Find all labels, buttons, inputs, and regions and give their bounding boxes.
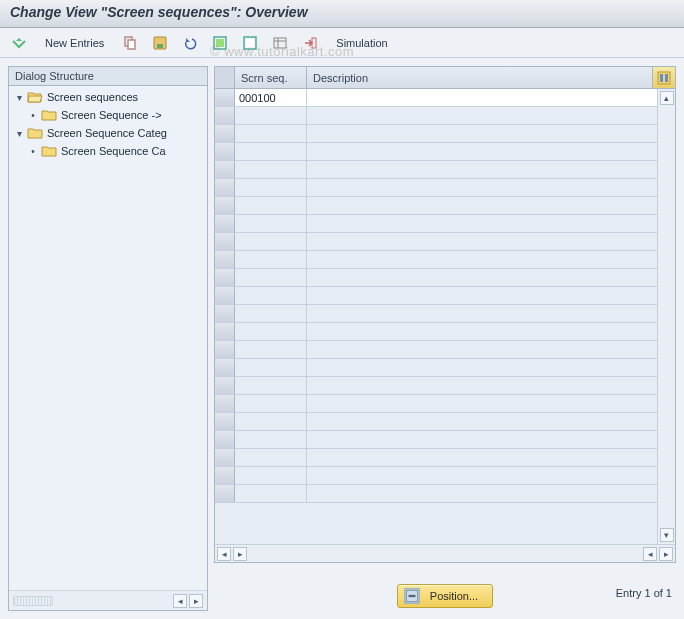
table-row[interactable] — [215, 359, 675, 377]
table-row[interactable] — [215, 269, 675, 287]
copy-icon[interactable] — [117, 32, 143, 54]
cell-description[interactable] — [307, 89, 675, 106]
table-row[interactable]: 000100 — [215, 89, 675, 107]
cell-scrnseq[interactable] — [235, 413, 307, 430]
row-selector[interactable] — [215, 89, 235, 106]
row-selector[interactable] — [215, 377, 235, 394]
tree-node[interactable]: •Screen Sequence Ca — [9, 142, 207, 160]
tree-node[interactable]: ▾Screen sequences — [9, 88, 207, 106]
cell-description[interactable] — [307, 233, 675, 250]
undo-icon[interactable] — [177, 32, 203, 54]
table-row[interactable] — [215, 467, 675, 485]
cell-scrnseq[interactable] — [235, 233, 307, 250]
simulation-button[interactable]: Simulation — [327, 32, 396, 54]
cell-description[interactable] — [307, 143, 675, 160]
cell-scrnseq[interactable] — [235, 125, 307, 142]
tree-node[interactable]: ▾Screen Sequence Categ — [9, 124, 207, 142]
table-row[interactable] — [215, 431, 675, 449]
table-config-icon[interactable] — [653, 67, 675, 88]
scroll-next-icon[interactable]: ◂ — [643, 547, 657, 561]
row-selector[interactable] — [215, 143, 235, 160]
table-row[interactable] — [215, 449, 675, 467]
cell-description[interactable] — [307, 269, 675, 286]
row-selector[interactable] — [215, 251, 235, 268]
table-body[interactable]: 000100 — [215, 89, 675, 544]
scroll-up-icon[interactable]: ▴ — [660, 91, 674, 105]
column-header-description[interactable]: Description — [307, 67, 653, 88]
cell-scrnseq[interactable] — [235, 323, 307, 340]
bullet-icon[interactable]: • — [27, 110, 39, 121]
bullet-icon[interactable]: • — [27, 146, 39, 157]
scroll-first-icon[interactable]: ◂ — [217, 547, 231, 561]
deselect-all-icon[interactable] — [237, 32, 263, 54]
cell-scrnseq[interactable] — [235, 449, 307, 466]
cell-description[interactable] — [307, 323, 675, 340]
row-selector[interactable] — [215, 305, 235, 322]
scroll-right-icon[interactable]: ▸ — [189, 594, 203, 608]
vertical-scrollbar[interactable]: ▴ ▾ — [657, 89, 675, 544]
dialog-structure-tree[interactable]: ▾Screen sequences•Screen Sequence ->▾Scr… — [9, 86, 207, 590]
cell-scrnseq[interactable]: 000100 — [235, 89, 307, 106]
cell-description[interactable] — [307, 359, 675, 376]
table-row[interactable] — [215, 287, 675, 305]
table-row[interactable] — [215, 377, 675, 395]
cell-description[interactable] — [307, 431, 675, 448]
chevron-down-icon[interactable]: ▾ — [13, 128, 25, 139]
table-row[interactable] — [215, 305, 675, 323]
cell-scrnseq[interactable] — [235, 431, 307, 448]
row-selector[interactable] — [215, 233, 235, 250]
cell-description[interactable] — [307, 197, 675, 214]
cell-description[interactable] — [307, 395, 675, 412]
scroll-left-icon[interactable]: ◂ — [173, 594, 187, 608]
table-row[interactable] — [215, 161, 675, 179]
table-row[interactable] — [215, 485, 675, 503]
cell-description[interactable] — [307, 305, 675, 322]
cell-description[interactable] — [307, 485, 675, 502]
table-row[interactable] — [215, 323, 675, 341]
scroll-down-icon[interactable]: ▾ — [660, 528, 674, 542]
position-button[interactable]: Position... — [397, 584, 493, 608]
table-row[interactable] — [215, 395, 675, 413]
column-header-scrnseq[interactable]: Scrn seq. — [235, 67, 307, 88]
table-row[interactable] — [215, 197, 675, 215]
tree-resize-grip[interactable] — [13, 596, 53, 606]
table-settings-icon[interactable] — [267, 32, 293, 54]
cell-scrnseq[interactable] — [235, 143, 307, 160]
cell-description[interactable] — [307, 125, 675, 142]
row-selector[interactable] — [215, 449, 235, 466]
row-selector[interactable] — [215, 431, 235, 448]
scroll-prev-icon[interactable]: ▸ — [233, 547, 247, 561]
chevron-down-icon[interactable]: ▾ — [13, 92, 25, 103]
row-selector[interactable] — [215, 107, 235, 124]
row-selector[interactable] — [215, 179, 235, 196]
cell-scrnseq[interactable] — [235, 341, 307, 358]
row-selector[interactable] — [215, 197, 235, 214]
row-selector[interactable] — [215, 485, 235, 502]
cell-scrnseq[interactable] — [235, 359, 307, 376]
cell-scrnseq[interactable] — [235, 251, 307, 268]
cell-scrnseq[interactable] — [235, 197, 307, 214]
row-selector[interactable] — [215, 467, 235, 484]
cell-scrnseq[interactable] — [235, 395, 307, 412]
table-row[interactable] — [215, 179, 675, 197]
cell-scrnseq[interactable] — [235, 377, 307, 394]
row-selector[interactable] — [215, 359, 235, 376]
cell-description[interactable] — [307, 467, 675, 484]
cell-description[interactable] — [307, 161, 675, 178]
row-selector[interactable] — [215, 323, 235, 340]
cell-scrnseq[interactable] — [235, 107, 307, 124]
cell-scrnseq[interactable] — [235, 179, 307, 196]
save-icon[interactable] — [147, 32, 173, 54]
table-row[interactable] — [215, 413, 675, 431]
table-row[interactable] — [215, 125, 675, 143]
table-row[interactable] — [215, 251, 675, 269]
table-row[interactable] — [215, 143, 675, 161]
scroll-last-icon[interactable]: ▸ — [659, 547, 673, 561]
row-selector[interactable] — [215, 215, 235, 232]
cell-description[interactable] — [307, 107, 675, 124]
cell-description[interactable] — [307, 215, 675, 232]
cell-scrnseq[interactable] — [235, 467, 307, 484]
cell-scrnseq[interactable] — [235, 215, 307, 232]
row-selector[interactable] — [215, 413, 235, 430]
tree-node[interactable]: •Screen Sequence -> — [9, 106, 207, 124]
